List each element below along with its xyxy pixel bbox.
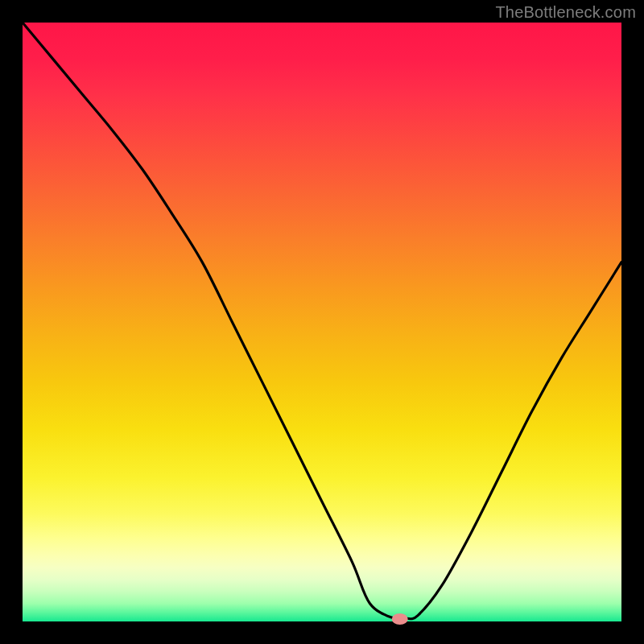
- plot-area: [23, 23, 621, 621]
- attribution-text: TheBottleneck.com: [495, 3, 636, 22]
- chart-svg: [23, 23, 621, 621]
- optimum-marker: [392, 613, 408, 625]
- bottleneck-curve: [23, 23, 621, 620]
- chart-frame: TheBottleneck.com: [0, 0, 644, 644]
